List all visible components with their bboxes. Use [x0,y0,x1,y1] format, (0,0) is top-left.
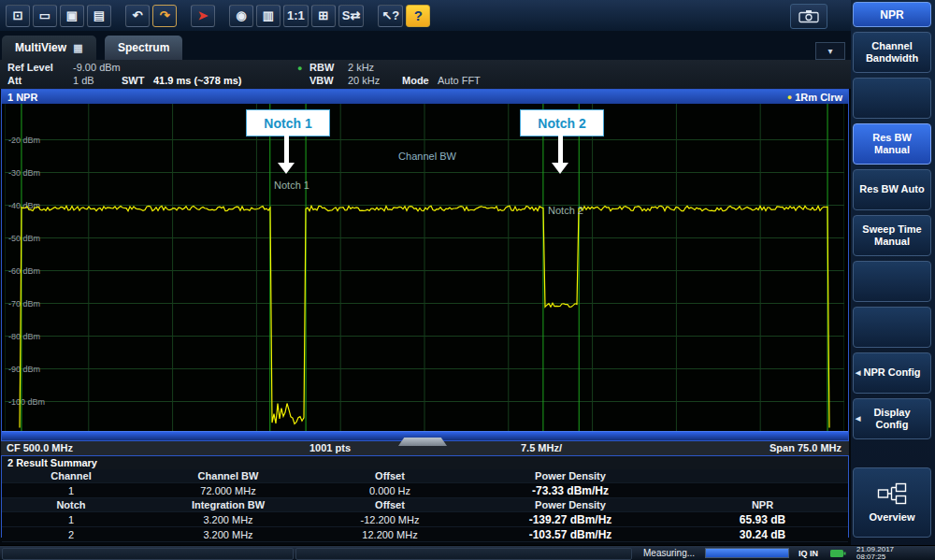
help-icon[interactable]: ? [406,5,430,27]
svg-text:-100 dBm: -100 dBm [8,397,45,407]
result-summary-titlebar[interactable]: 2 Result Summary [2,456,848,469]
softkey-sweep-time-manual[interactable]: Sweep Time Manual [853,215,931,256]
y-axis-labels: -20 dBm-30 dBm-40 dBm-50 dBm-60 dBm-70 d… [8,136,45,407]
sweep-points[interactable]: 1001 pts [309,442,351,453]
context-help-icon[interactable]: ↖? [378,5,403,27]
svg-text:-70 dBm: -70 dBm [8,299,40,309]
display-icon[interactable]: ⊡ [6,5,30,27]
print-icon[interactable]: ▤ [87,5,111,27]
table-cell: 72.000 MHz [140,485,316,496]
table-cell-power-density: -103.57 dBm/Hz [464,528,677,541]
header-cell: Channel BW [140,470,316,481]
softkey-empty-2[interactable] [853,261,931,302]
notch1-callout-arrowhead-icon [278,163,295,174]
att-value[interactable]: 1 dB [73,75,94,86]
softkey-label: Res BW Auto [859,183,924,195]
spectrum-diagram[interactable]: -20 dBm-30 dBm-40 dBm-50 dBm-60 dBm-70 d… [5,104,844,431]
svg-text:-30 dBm: -30 dBm [8,168,40,178]
softkey-label: Display Config [859,407,925,431]
redo-icon[interactable]: ↷ [152,5,177,27]
rbw-value[interactable]: 2 kHz [348,62,374,73]
toolbar: ⊡▭▣▤↶↷➤◉▥1:1⊞S⇄↖?? [0,0,851,31]
open-icon[interactable]: ▭ [33,5,57,27]
softkey-overview[interactable]: Overview [853,467,931,538]
svg-text:-90 dBm: -90 dBm [8,365,40,374]
swt-label[interactable]: SWT [122,75,144,86]
settings-bar: Ref Level -9.00 dBm ● RBW 2 kHz Att 1 dB… [0,60,851,89]
header-cell: Offset [316,470,464,481]
tab-list-dropdown-button[interactable]: ▾ [815,42,845,60]
sidebar-menu-title-label: NPR [880,8,903,22]
rbw-label[interactable]: RBW [309,62,334,73]
vbw-value[interactable]: 20 kHz [348,75,380,86]
svg-text:Channel BW: Channel BW [398,151,456,162]
report-icon[interactable]: ▥ [256,5,280,27]
save-icon[interactable]: ▣ [60,5,84,27]
softkey-channel-bandwidth[interactable]: Channel Bandwidth [853,32,931,73]
att-label[interactable]: Att [7,75,22,86]
table-cell: 1 [2,485,140,496]
mode-label[interactable]: Mode [402,75,429,86]
softkey-empty-1[interactable] [853,78,931,119]
trace-legend[interactable]: ● 1Rm Clrw [787,92,842,103]
softkey-empty-3[interactable] [853,307,931,348]
softkey-res-bw-auto[interactable]: Res BW Auto [853,169,931,210]
tab-spectrum[interactable]: Spectrum [105,36,182,60]
trace-color-indicator: ● [787,93,792,102]
sidebar-menu-title: NPR [853,2,931,27]
header-cell: Offset [316,499,464,510]
softkey-display-config[interactable]: ◀Display Config [853,398,931,439]
notch1-callout: Notch 1 [246,109,330,136]
svg-text:-20 dBm: -20 dBm [8,136,40,145]
notch-table-row: 1 3.200 MHz -12.200 MHz -139.27 dBm/Hz 6… [2,512,848,527]
channel-table-row: 1 72.000 MHz 0.000 Hz -73.33 dBm/Hz [2,483,848,498]
softkey-label: Sweep Time Manual [859,223,925,248]
spectrum-window-titlebar[interactable]: 1 NPR ● 1Rm Clrw [2,90,848,104]
notch1-callout-arrow [284,135,289,163]
window-resize-handle[interactable] [398,438,447,446]
camera-icon [798,9,819,23]
softkey-label: Res BW Manual [859,132,925,156]
ref-level-value[interactable]: -9.00 dBm [73,62,121,73]
softkey-side-arrow-icon: ◀ [856,369,860,377]
multiview-grid-icon: ▦ [73,42,82,54]
swt-value[interactable]: 41.9 ms (~378 ms) [153,75,241,86]
zoom-1to1-icon[interactable]: 1:1 [283,5,309,27]
ref-level-label[interactable]: Ref Level [7,62,53,73]
channel-table-header-row: Channel Channel BW Offset Power Density [2,469,848,483]
measurement-progress-fill [706,549,788,557]
touch-mode-icon[interactable]: ◉ [229,5,253,27]
battery-icon [830,549,846,560]
softkey-res-bw-manual[interactable]: Res BW Manual [853,123,931,165]
header-cell: Channel [2,470,140,481]
softkey-npr-config[interactable]: ◀NPR Config [853,352,931,394]
notch2-callout-arrowhead-icon [552,163,568,174]
undo-icon[interactable]: ↶ [125,5,150,27]
scale-per-division[interactable]: 7.5 MHz/ [521,442,562,453]
table-cell: 1 [2,514,140,525]
table-cell-npr: 30.24 dB [677,528,848,541]
iq-in-indicator: IQ IN [798,549,818,558]
status-segment [2,548,294,560]
spectrum-plot-svg: -20 dBm-30 dBm-40 dBm-50 dBm-60 dBm-70 d… [5,104,844,431]
tab-multiview[interactable]: MultiView ▦ [2,36,96,60]
measurement-progress-bar [705,548,789,558]
vbw-label[interactable]: VBW [309,75,334,86]
signal-flow-icon[interactable]: S⇄ [338,5,365,27]
notch2-callout: Notch 2 [520,109,604,136]
table-cell: 0.000 Hz [316,485,464,496]
window-layout-icon[interactable]: ⊞ [311,5,336,27]
svg-text:-60 dBm: -60 dBm [8,266,40,276]
center-frequency[interactable]: CF 500.0 MHz [7,442,73,453]
select-pointer-icon[interactable]: ➤ [191,5,215,27]
notch1-callout-label: Notch 1 [264,116,311,131]
header-cell: Notch [2,499,140,510]
table-cell: 3.200 MHz [140,529,316,540]
span-value[interactable]: Span 75.0 MHz [770,442,842,453]
svg-text:Notch 1: Notch 1 [274,179,309,191]
header-cell: Power Density [464,499,677,510]
mode-value[interactable]: Auto FFT [438,75,481,86]
header-cell: Power Density [464,470,677,481]
camera-button[interactable] [790,4,827,29]
tab-multiview-label: MultiView [15,41,66,54]
